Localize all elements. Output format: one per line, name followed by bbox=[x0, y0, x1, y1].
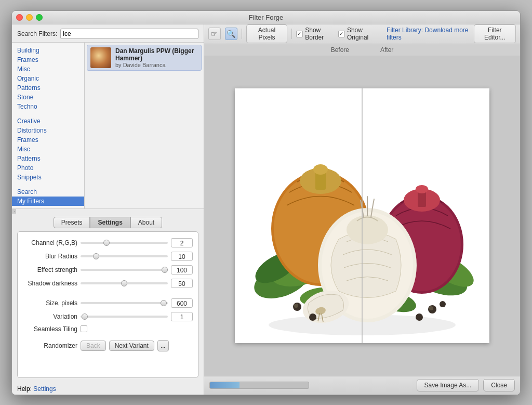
filter-thumb-image bbox=[90, 47, 111, 68]
svg-point-30 bbox=[440, 301, 446, 307]
shadow-slider[interactable] bbox=[81, 282, 168, 284]
sidebar-item-techno[interactable]: Techno bbox=[12, 102, 84, 111]
tabs-row: Presets Settings About bbox=[17, 217, 198, 228]
preview-image bbox=[235, 88, 489, 343]
effect-value: 100 bbox=[171, 265, 193, 275]
minimize-window-button[interactable] bbox=[26, 14, 33, 21]
right-panel: ☞ 🔍 Actual Pixels Show Border Show Origi… bbox=[204, 24, 520, 395]
zoom-tool-button[interactable]: 🔍 bbox=[225, 28, 237, 40]
tab-presets[interactable]: Presets bbox=[54, 217, 90, 228]
window-title: Filter Forge bbox=[249, 14, 283, 21]
back-button[interactable]: Back bbox=[81, 341, 106, 351]
search-label: Search Filters: bbox=[17, 30, 57, 37]
search-input[interactable] bbox=[60, 29, 198, 39]
close-button[interactable]: Close bbox=[483, 379, 515, 391]
filter-info: Dan Margulis PPW (Bigger Hammer) by Davi… bbox=[115, 47, 198, 68]
preview-canvas[interactable] bbox=[204, 56, 520, 376]
main-content: Search Filters: Building Frames Misc Org… bbox=[12, 24, 520, 395]
filter-preview-area: Dan Margulis PPW (Bigger Hammer) by Davi… bbox=[85, 43, 204, 208]
next-variant-button[interactable]: Next Variant bbox=[109, 341, 154, 351]
filter-name: Dan Margulis PPW (Bigger Hammer) bbox=[115, 47, 198, 62]
randomizer-label: Randomizer bbox=[23, 342, 77, 349]
svg-point-14 bbox=[313, 164, 328, 175]
svg-point-31 bbox=[416, 313, 423, 321]
left-panel: Search Filters: Building Frames Misc Org… bbox=[12, 24, 204, 395]
sidebar-item-distortions[interactable]: Distortions bbox=[12, 126, 84, 135]
filter-browse-area: Building Frames Misc Organic Patterns St… bbox=[12, 43, 204, 209]
filter-thumbnail bbox=[90, 47, 111, 68]
filter-editor-button[interactable]: Filter Editor... bbox=[474, 24, 516, 43]
sidebar-item-search[interactable]: Search bbox=[12, 187, 84, 197]
close-window-button[interactable] bbox=[16, 14, 23, 21]
shadow-label: Shadow darkness bbox=[23, 280, 77, 287]
sidebar-item-patterns2[interactable]: Patterns bbox=[12, 154, 84, 163]
sidebar-item-myfilters[interactable]: My Filters bbox=[12, 197, 84, 206]
blur-slider[interactable] bbox=[81, 255, 168, 257]
show-border-label: Show Border bbox=[305, 27, 334, 41]
show-border-checkbox[interactable] bbox=[296, 31, 303, 37]
sidebar-item-organic[interactable]: Organic bbox=[12, 74, 84, 83]
randomizer-row: Randomizer Back Next Variant ... bbox=[23, 340, 193, 351]
size-slider[interactable] bbox=[81, 302, 168, 304]
hand-icon: ☞ bbox=[211, 30, 218, 38]
category-group-3: Search My Filters bbox=[12, 186, 84, 207]
seamless-checkbox[interactable] bbox=[81, 325, 87, 332]
after-label: After bbox=[380, 46, 393, 54]
window-controls bbox=[16, 14, 43, 21]
bottom-bar: Save Image As... Close bbox=[204, 376, 520, 395]
variation-label: Variation bbox=[23, 313, 77, 320]
save-image-button[interactable]: Save Image As... bbox=[417, 379, 480, 391]
filter-categories: Building Frames Misc Organic Patterns St… bbox=[12, 43, 85, 208]
channel-slider[interactable] bbox=[81, 242, 168, 244]
seamless-row: Seamless Tiling bbox=[23, 325, 193, 333]
help-label: Help: bbox=[17, 385, 32, 393]
sidebar-item-creative[interactable]: Creative bbox=[12, 116, 84, 126]
svg-point-22 bbox=[347, 215, 388, 244]
slider-row-shadow: Shadow darkness 50 bbox=[23, 279, 193, 288]
shadow-value: 50 bbox=[171, 279, 193, 288]
toolbar-separator-2 bbox=[291, 29, 292, 39]
show-border-row: Show Border bbox=[296, 27, 334, 41]
size-thumb bbox=[161, 300, 167, 306]
show-original-label: Show Original bbox=[347, 27, 378, 41]
maximize-window-button[interactable] bbox=[36, 14, 43, 21]
tab-settings[interactable]: Settings bbox=[90, 217, 130, 228]
channel-label: Channel (R,G,B) bbox=[23, 239, 77, 246]
category-group-2: Creative Distortions Frames Misc Pattern… bbox=[12, 115, 84, 183]
zoom-icon: 🔍 bbox=[227, 30, 235, 38]
sidebar-item-misc[interactable]: Misc bbox=[12, 64, 84, 74]
toolbar-separator bbox=[242, 29, 242, 39]
preview-area: Before After bbox=[204, 44, 520, 376]
sidebar-item-frames2[interactable]: Frames bbox=[12, 135, 84, 145]
settings-panel: Presets Settings About Channel (R,G,B) 2 bbox=[12, 214, 204, 383]
sidebar-item-patterns[interactable]: Patterns bbox=[12, 83, 84, 93]
sidebar-item-snippets[interactable]: Snippets bbox=[12, 173, 84, 182]
actual-pixels-button[interactable]: Actual Pixels bbox=[246, 24, 288, 43]
filter-author: by Davide Barranca bbox=[115, 62, 198, 68]
filter-library-link[interactable]: Filter Library: Download more filters bbox=[387, 27, 469, 41]
category-group-1: Building Frames Misc Organic Patterns St… bbox=[12, 45, 84, 112]
sidebar-item-photo[interactable]: Photo bbox=[12, 163, 84, 173]
resize-handle[interactable]: ··· bbox=[12, 209, 16, 214]
help-link[interactable]: Settings bbox=[33, 385, 56, 393]
sidebar-item-stone[interactable]: Stone bbox=[12, 93, 84, 102]
main-window: Filter Forge Search Filters: Building Fr… bbox=[11, 10, 521, 395]
tab-about[interactable]: About bbox=[130, 217, 162, 228]
sidebar-item-building[interactable]: Building bbox=[12, 46, 84, 55]
variation-slider[interactable] bbox=[81, 316, 168, 318]
progress-fill bbox=[210, 382, 240, 388]
size-value: 600 bbox=[171, 298, 193, 308]
show-original-row: Show Original bbox=[338, 27, 378, 41]
blur-value: 10 bbox=[171, 252, 193, 261]
channel-value: 2 bbox=[171, 238, 193, 247]
filter-item[interactable]: Dan Margulis PPW (Bigger Hammer) by Davi… bbox=[87, 45, 202, 71]
hand-tool-button[interactable]: ☞ bbox=[208, 28, 221, 40]
sidebar-item-frames[interactable]: Frames bbox=[12, 55, 84, 64]
before-label: Before bbox=[331, 46, 349, 54]
effect-thumb bbox=[162, 267, 168, 273]
progress-bar bbox=[209, 382, 309, 389]
sidebar-item-misc2[interactable]: Misc bbox=[12, 145, 84, 154]
effect-slider[interactable] bbox=[81, 269, 168, 271]
show-original-checkbox[interactable] bbox=[338, 31, 345, 37]
more-button[interactable]: ... bbox=[157, 340, 169, 351]
